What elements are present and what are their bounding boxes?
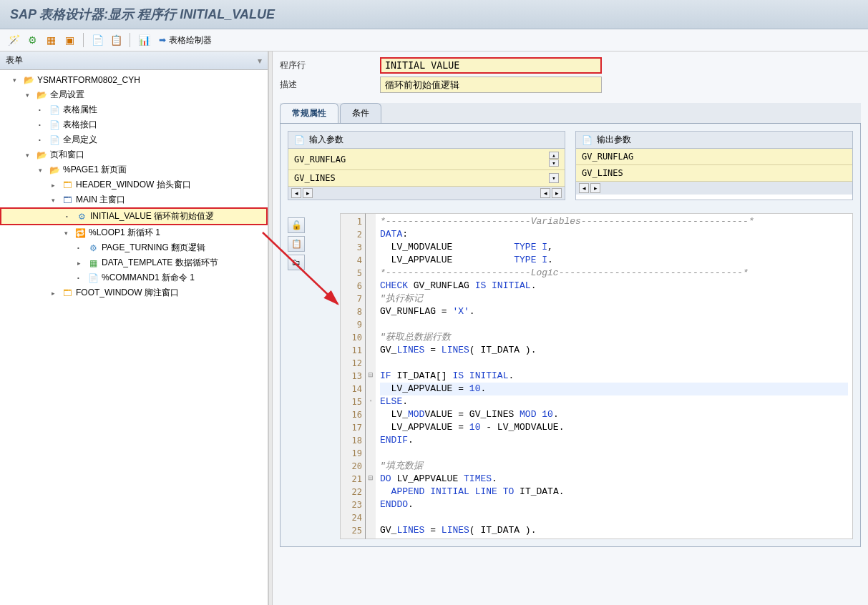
struct-icon[interactable]: 🗂 [288,255,305,270]
tree-item[interactable]: •📄表格接口 [0,117,268,132]
twist-icon[interactable]: ▸ [52,182,59,189]
fold-column[interactable]: ⊟◦⊟ [366,213,376,539]
toolbar-sep [130,33,130,47]
step-down-icon[interactable]: ▾ [549,159,559,167]
tabs: 常规属性 条件 [280,103,861,124]
scroll-left-icon[interactable]: ◂ [579,183,589,193]
scroll-left2-icon[interactable]: ◂ [540,188,550,198]
doc-icon: 📄 [582,135,593,145]
step-up-icon[interactable]: ▴ [549,152,559,159]
tree-item[interactable]: ▾📂页和窗口 [0,147,268,162]
in-param-2: GV_LINES [294,173,336,183]
tab-condition[interactable]: 条件 [340,103,381,123]
scroll-right-icon[interactable]: ▸ [590,183,600,193]
check-icon[interactable]: 🔓 [288,217,305,233]
dropdown-icon[interactable]: ▾ [549,173,559,183]
in-param-1: GV_RUNFLAG [294,154,346,164]
painter-button[interactable]: ➡ 表格绘制器 [155,33,216,48]
tree-label: FOOT_WINDOW 脚注窗口 [76,287,179,299]
scroll-right-icon[interactable]: ▸ [303,188,313,198]
wand-icon[interactable]: 🪄 [6,32,21,48]
tree-label: 表格属性 [63,104,97,116]
painter-label: 表格绘制器 [169,34,212,46]
field-row-prog: 程序行 [280,57,861,74]
tree-item[interactable]: ▾📂全局设置 [0,87,268,102]
page1-icon[interactable]: 📄 [89,32,105,48]
twist-icon[interactable]: ▸ [77,260,84,267]
bullet-icon: • [39,107,46,113]
field-row-desc: 描述 [280,77,861,93]
twist-icon[interactable]: ▸ [52,290,59,297]
tree-item[interactable]: ▸▦DATA_TEMPLATE 数据循环节 [0,255,268,270]
tree-item[interactable]: ▸🗔HEADER_WINDOW 抬头窗口 [0,177,268,192]
bullet-icon: • [77,275,84,281]
tree-label: YSMARTFORM0802_CYH [37,75,140,85]
doc-icon: 📄 [294,135,305,145]
left-panel: 表单 ▾ ▾📂YSMARTFORM0802_CYH▾📂全局设置•📄表格属性•📄表… [0,51,268,605]
tree-item[interactable]: ▾🔁%LOOP1 新循环 1 [0,225,268,240]
tree-item[interactable]: •📄全局定义 [0,132,268,147]
tree-title: 表单 [6,54,23,67]
tree-label: PAGE_TURNING 翻页逻辑 [102,242,205,254]
twist-icon[interactable]: ▾ [52,197,59,204]
line-gutter: 1234567891011121314151617181920212223242… [340,213,366,539]
in-param-row-2[interactable]: GV_LINES ▾ [288,170,565,187]
twist-icon[interactable]: ▾ [13,77,20,84]
twist-icon[interactable]: ▾ [39,167,46,174]
code-vertical-toolbar: 🔓 📋 🗂 [288,213,308,539]
tree-label: 全局设置 [50,89,84,101]
bullet-icon: • [66,213,73,220]
tree-label: DATA_TEMPLATE 数据循环节 [102,257,218,269]
prog-input[interactable] [380,57,602,74]
graph-icon[interactable]: ▦ [43,32,59,48]
output-params-label: 输出参数 [597,134,631,146]
top-toolbar: 🪄 ⚙ ▦ ▣ 📄 📋 📊 ➡ 表格绘制器 [0,29,868,51]
sort-icon[interactable]: ⚙ [24,32,40,48]
collapse-icon[interactable]: ▾ [258,56,262,66]
window-icon[interactable]: ▣ [62,32,77,48]
tree-label: INITIAL_VALUE 循环前初始值逻 [90,210,214,222]
graph2-icon[interactable]: 📊 [136,32,152,48]
output-params-box: 📄 输出参数 GV_RUNFLAG GV_LINES ◂ ▸ [575,131,853,200]
tree-item[interactable]: ▾🗔MAIN 主窗口 [0,192,268,207]
tree-label: %LOOP1 新循环 1 [89,227,160,239]
tree-item[interactable]: •⚙INITIAL_VALUE 循环前初始值逻 [0,207,268,225]
code-area: 🔓 📋 🗂 1234567891011121314151617181920212… [288,213,853,539]
page2-icon[interactable]: 📋 [108,32,124,48]
tree-item[interactable]: •📄表格属性 [0,102,268,117]
twist-icon[interactable]: ▾ [26,92,33,99]
bullet-icon: • [77,245,84,251]
arrow-gap [308,213,340,539]
right-panel: 程序行 描述 常规属性 条件 📄 输入参数 GV_RUNFLAG [273,51,868,605]
scroll-right2-icon[interactable]: ▸ [552,188,562,198]
tree-item[interactable]: •📄%COMMAND1 新命令 1 [0,270,268,285]
tree-item[interactable]: ▾📂YSMARTFORM0802_CYH [0,73,268,87]
tree-label: 页和窗口 [50,149,84,161]
tree-header: 表单 ▾ [0,51,268,70]
input-params-header: 📄 输入参数 [288,132,565,149]
out-param-row-1[interactable]: GV_RUNFLAG [576,149,852,165]
in-param-row-1[interactable]: GV_RUNFLAG ▴ ▾ [288,149,565,170]
twist-icon[interactable]: ▾ [64,230,72,237]
tree-label: %COMMAND1 新命令 1 [102,272,195,284]
toolbar-sep [83,33,84,47]
tree-item[interactable]: ▾📂%PAGE1 新页面 [0,162,268,177]
app-title: SAP 表格设计器:显示 程序行 INITIAL_VALUE [10,6,858,23]
input-params-box: 📄 输入参数 GV_RUNFLAG ▴ ▾ GV_LINES ▾ [288,131,565,200]
tree-label: 全局定义 [63,134,97,146]
out-param-row-2[interactable]: GV_LINES [576,165,852,182]
code-editor[interactable]: *--------------------------Variables----… [376,213,853,539]
copy-icon[interactable]: 📋 [288,236,305,252]
stepper[interactable]: ▴ ▾ [549,152,559,167]
twist-icon[interactable]: ▾ [26,152,33,159]
scroll-left-icon[interactable]: ◂ [291,188,301,198]
tab-general[interactable]: 常规属性 [280,103,338,123]
tree-label: HEADER_WINDOW 抬头窗口 [76,179,191,191]
tab-body: 📄 输入参数 GV_RUNFLAG ▴ ▾ GV_LINES ▾ [280,124,861,547]
desc-input[interactable] [380,77,602,93]
prog-label: 程序行 [280,59,380,72]
output-params-header: 📄 输出参数 [576,132,852,149]
tree[interactable]: ▾📂YSMARTFORM0802_CYH▾📂全局设置•📄表格属性•📄表格接口•📄… [0,70,268,605]
tree-item[interactable]: •⚙PAGE_TURNING 翻页逻辑 [0,240,268,255]
tree-item[interactable]: ▸🗔FOOT_WINDOW 脚注窗口 [0,285,268,300]
